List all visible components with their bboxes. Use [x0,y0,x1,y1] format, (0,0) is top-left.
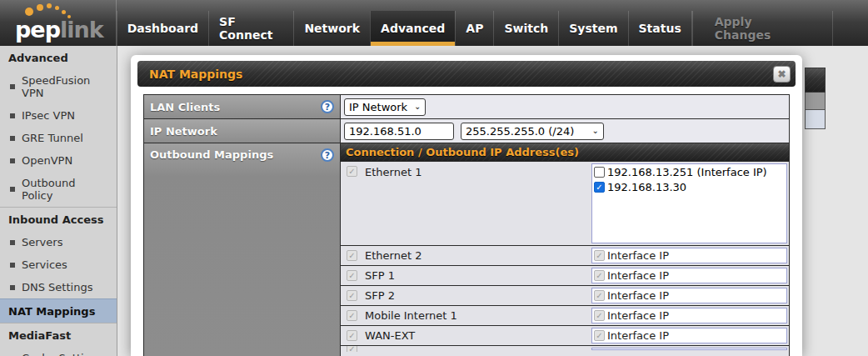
interface-ip-checkbox [594,290,605,301]
top-nav-bar: peplink Dashboard SF Connect Network Adv… [0,0,868,46]
tab-advanced[interactable]: Advanced [370,11,455,46]
dialog-titlebar: NAT Mappings ✖ [137,61,796,87]
logo-dot-icon [25,8,33,16]
lan-clients-label-cell: LAN Clients ? [144,95,341,118]
bullet-icon [10,240,15,245]
interface-ip-box: Interface IP [591,288,787,303]
logo-dot-icon [62,10,66,14]
connection-name: Ethernet 2 [365,249,422,262]
sidebar-item-servers[interactable]: Servers [0,231,117,253]
connection-enabled-checkbox [347,250,357,261]
ip-option-checkbox[interactable] [594,167,605,178]
nat-mappings-form: LAN Clients ? IP Network ⌄ IP Network [143,94,790,356]
help-icon[interactable]: ? [321,100,334,113]
sidebar-item-nat-mappings-selected[interactable]: NAT Mappings [0,298,117,323]
interface-ip-checkbox [594,270,605,281]
ip-option-checkbox[interactable] [594,182,605,193]
background-table-cell [805,110,826,129]
lan-clients-label: LAN Clients [150,101,220,113]
bullet-icon [10,136,15,141]
ip-option: 192.168.13.30 [592,179,786,194]
interface-ip-box: Interface IP [591,248,787,263]
outbound-mappings-label-cell: Outbound Mappings ? [144,143,341,356]
sidebar-item-outbound-policy[interactable]: Outbound Policy [0,172,117,207]
lan-clients-value-cell: IP Network ⌄ [341,95,789,118]
tab-dashboard[interactable]: Dashboard [117,11,208,46]
lan-clients-select[interactable]: IP Network ⌄ [344,98,426,116]
interface-ip-checkbox [594,330,605,341]
lan-clients-row: LAN Clients ? IP Network ⌄ [144,95,789,119]
connection-row-wan-ext: WAN-EXT Interface IP [341,326,789,346]
logo-dot-icon [37,4,43,11]
ip-option: 192.168.13.251 (Interface IP) [592,164,786,179]
connection-name: Mobile Internet 1 [365,309,457,322]
sidebar-item-ipsec-vpn[interactable]: IPsec VPN [0,104,117,127]
logo-dot-icon [55,6,59,10]
tab-status[interactable]: Status [628,11,692,46]
partial-connection-row [341,346,789,352]
sidebar-header-inbound-access: Inbound Access [0,207,117,231]
interface-ip-box: Interface IP [591,328,787,343]
sidebar-item-gre-tunnel[interactable]: GRE Tunnel [0,127,117,149]
interface-ip-box: Interface IP [591,308,787,323]
ip-network-address-input[interactable] [344,123,454,140]
ip-address-listbox: 192.168.13.251 (Interface IP) 192.168.13… [591,163,787,243]
bullet-icon [10,158,15,163]
sidebar-item-services[interactable]: Services [0,253,117,276]
connection-enabled-checkbox [347,346,357,352]
sidebar-item-speedfusion-vpn[interactable]: SpeedFusion VPN [0,69,117,104]
connection-enabled-checkbox [347,310,357,321]
connection-row-sfp-2: SFP 2 Interface IP [341,286,789,306]
interface-ip-label: Interface IP [607,289,669,302]
interface-ip-box [591,348,787,350]
background-table-header [805,68,826,93]
outbound-connections-table: Connection / Outbound IP Address(es) Eth… [341,143,789,356]
connection-name: SFP 1 [365,269,395,282]
tab-switch[interactable]: Switch [493,11,558,46]
tab-sf-connect[interactable]: SF Connect [208,11,293,46]
interface-ip-checkbox [594,310,605,321]
close-button[interactable]: ✖ [773,66,791,83]
connection-row-mobile-internet-1: Mobile Internet 1 Interface IP [341,306,789,326]
interface-ip-label: Interface IP [607,269,669,282]
sidebar-item-cache-settings[interactable]: Cache Settings [0,347,117,356]
apply-changes-button[interactable]: Apply Changes [692,11,833,46]
subnet-mask-select[interactable]: 255.255.255.0 (/24) ⌄ [461,123,604,140]
ip-network-row: IP Network 255.255.255.0 (/24) ⌄ [144,119,789,143]
interface-ip-box: Interface IP [591,268,787,283]
bullet-icon [10,84,15,89]
nat-mappings-dialog: NAT Mappings ✖ LAN Clients ? IP Network … [131,55,802,356]
connection-enabled-checkbox [347,330,357,341]
connection-name: Ethernet 1 [365,166,422,178]
outbound-mappings-label: Outbound Mappings [150,148,273,161]
connection-enabled-checkbox [347,166,357,177]
interface-ip-label: Interface IP [607,249,669,262]
bullet-icon [10,113,15,118]
tab-ap[interactable]: AP [455,11,493,46]
close-icon: ✖ [777,68,786,80]
connection-enabled-checkbox [347,270,357,281]
sidebar-item-openvpn[interactable]: OpenVPN [0,149,117,172]
connection-row-ethernet-1: Ethernet 1 192.168.13.251 (Interface IP) [341,162,789,246]
connections-table-header: Connection / Outbound IP Address(es) [341,143,789,162]
tab-network[interactable]: Network [293,11,370,46]
sidebar-header-advanced: Advanced [0,46,117,69]
main-nav-tabs: Dashboard SF Connect Network Advanced AP… [117,0,692,46]
interface-ip-label: Interface IP [607,309,669,322]
peplink-logo[interactable]: peplink [0,0,117,46]
ip-option-label: 192.168.13.30 [607,181,686,193]
bullet-icon [10,187,15,192]
ip-option-label: 192.168.13.251 (Interface IP) [607,166,767,178]
ip-network-label-cell: IP Network [144,119,341,143]
connection-name: WAN-EXT [365,329,415,342]
logo-dot-icon [47,3,52,8]
content-area: NAT Mappings ✖ LAN Clients ? IP Network … [117,46,868,356]
bullet-icon [10,263,15,268]
outbound-mappings-row: Outbound Mappings ? Connection / Outboun… [144,143,789,356]
tab-system[interactable]: System [558,11,627,46]
help-icon[interactable]: ? [321,148,334,162]
connection-row-ethernet-2: Ethernet 2 Interface IP [341,246,789,266]
interface-ip-checkbox [594,250,605,261]
sidebar-item-dns-settings[interactable]: DNS Settings [0,276,117,298]
sidebar: Advanced SpeedFusion VPN IPsec VPN GRE T… [0,46,117,356]
